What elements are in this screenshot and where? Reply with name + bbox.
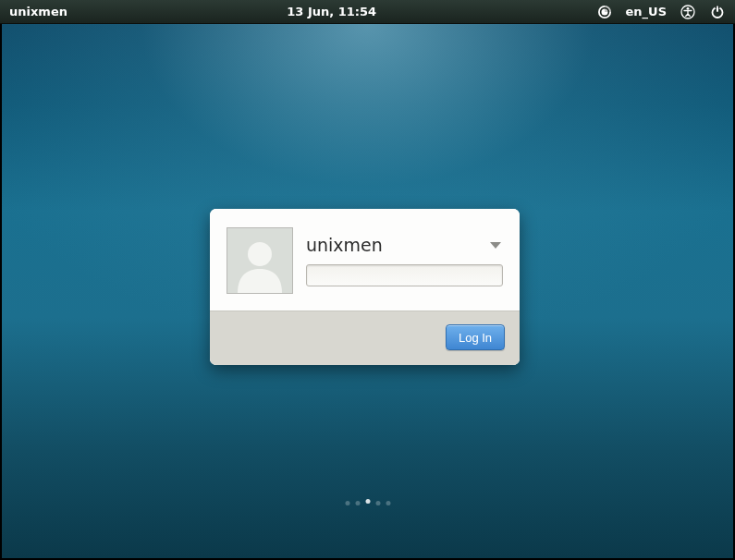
spinner-dot — [345, 501, 349, 505]
clock-label: 13 Jun, 11:54 — [67, 5, 596, 18]
spinner-dot — [355, 501, 360, 505]
accessibility-icon[interactable] — [680, 4, 696, 20]
login-button[interactable]: Log In — [446, 324, 505, 350]
spinner-dot — [365, 499, 370, 504]
top-panel: unixmen 13 Jun, 11:54 en_US — [0, 0, 735, 24]
panel-indicators: en_US — [596, 4, 727, 20]
loading-spinner — [345, 501, 390, 505]
spinner-dot — [386, 501, 390, 505]
password-input[interactable] — [306, 264, 503, 286]
svg-rect-8 — [717, 6, 718, 11]
session-indicator-icon[interactable] — [596, 4, 613, 20]
user-switch-chevron-icon[interactable] — [490, 242, 501, 249]
hostname-label: unixmen — [9, 5, 67, 18]
user-column: unixmen — [306, 235, 503, 286]
desktop-background: unixmen Log In — [2, 24, 733, 558]
power-icon[interactable] — [709, 4, 726, 20]
svg-point-4 — [687, 6, 690, 9]
user-avatar — [227, 227, 293, 294]
login-dialog: unixmen Log In — [210, 209, 520, 365]
spinner-dot — [375, 501, 380, 505]
login-top-section: unixmen — [210, 209, 520, 310]
svg-point-9 — [248, 242, 272, 266]
user-row: unixmen — [306, 235, 503, 255]
language-indicator[interactable]: en_US — [626, 5, 668, 18]
username-label: unixmen — [306, 235, 383, 255]
login-bottom-section: Log In — [210, 310, 520, 365]
